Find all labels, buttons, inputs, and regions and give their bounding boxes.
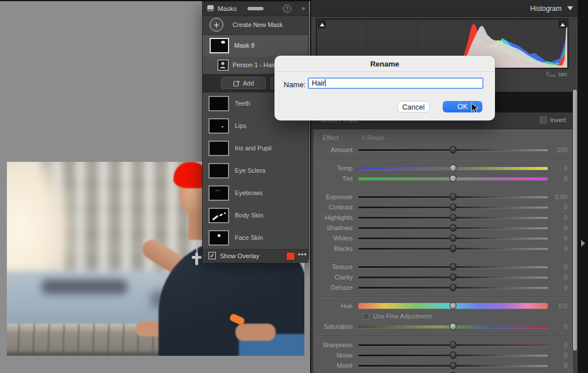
slider-knob[interactable] bbox=[450, 352, 457, 359]
slider-value: 0 bbox=[548, 284, 568, 291]
slider-label: Exposure bbox=[318, 193, 353, 200]
slider-defringe: Defringe0 bbox=[314, 371, 573, 373]
dialog-separator bbox=[274, 71, 495, 72]
mask-name: Eye Sclera bbox=[235, 167, 265, 174]
panel-expander-icon[interactable] bbox=[581, 240, 585, 247]
shadow-clipping-indicator[interactable] bbox=[318, 21, 326, 28]
slider-group: Sharpness0Noise0Moiré0Defringe0 bbox=[314, 336, 573, 373]
slider-knob[interactable] bbox=[450, 175, 457, 182]
masks-panel-footer: ✓ Show Overlay ••• bbox=[203, 249, 308, 263]
effect-label: Effect : bbox=[323, 134, 342, 141]
mask-icon bbox=[207, 5, 214, 11]
reset-button[interactable]: 0 Reset bbox=[362, 134, 384, 141]
mask-thumbnail bbox=[208, 185, 229, 201]
mask-list-item[interactable]: Face Skin bbox=[203, 227, 308, 249]
slider-label: Texture bbox=[318, 263, 353, 270]
more-options-icon[interactable]: ••• bbox=[298, 251, 307, 259]
slider-value: 0 bbox=[548, 165, 568, 172]
cancel-button[interactable]: Cancel bbox=[397, 101, 430, 112]
slider-track-contrast[interactable] bbox=[358, 207, 548, 208]
slider-knob[interactable] bbox=[450, 224, 457, 232]
name-input[interactable]: Hair bbox=[308, 77, 483, 89]
slider-label: Tint bbox=[318, 175, 353, 182]
mouse-cursor bbox=[471, 103, 480, 114]
slider-track-sharpness[interactable] bbox=[358, 344, 548, 346]
add-icon bbox=[233, 80, 240, 87]
slider-track-saturation[interactable] bbox=[358, 325, 548, 328]
histogram-panel-header[interactable]: Histogram bbox=[311, 0, 578, 17]
slider-label: Noise bbox=[318, 352, 353, 359]
slider-knob[interactable] bbox=[450, 235, 457, 242]
add-button[interactable]: Add bbox=[221, 77, 266, 89]
use-fine-adjustment-row: Use Fine Adjustment bbox=[314, 311, 573, 321]
slider-track-amount[interactable] bbox=[358, 149, 548, 151]
slider-track-shadows[interactable] bbox=[358, 227, 548, 229]
slider-knob[interactable] bbox=[450, 146, 457, 154]
slider-track-exposure[interactable] bbox=[358, 196, 548, 198]
person-icon bbox=[218, 60, 229, 71]
show-overlay-checkbox[interactable]: ✓ bbox=[208, 252, 216, 259]
slider-track-texture[interactable] bbox=[358, 266, 548, 268]
slider-track-moir-[interactable] bbox=[358, 365, 548, 367]
slider-value: 0 bbox=[548, 224, 568, 231]
slider-knob[interactable] bbox=[450, 245, 457, 252]
slider-track-dehaze[interactable] bbox=[358, 287, 548, 289]
slider-label: Shadows bbox=[318, 224, 353, 231]
text-caret bbox=[325, 79, 326, 87]
panel-edge-strip bbox=[578, 0, 588, 373]
slider-knob[interactable] bbox=[450, 323, 457, 331]
slider-knob[interactable] bbox=[450, 362, 457, 370]
adjustment-sliders: Effect :0 Reset⌄Amount100Temp0Tint0Expos… bbox=[314, 130, 573, 373]
slider-track-noise[interactable] bbox=[358, 355, 548, 356]
slider-track-tint[interactable] bbox=[358, 177, 548, 180]
slider-knob[interactable] bbox=[450, 284, 457, 292]
mask-list-item[interactable]: Body Skin bbox=[203, 204, 308, 227]
mask-name: Eyebrows bbox=[235, 189, 262, 196]
slider-value: 0 bbox=[548, 274, 568, 281]
slider-shadows: Shadows0 bbox=[314, 223, 573, 233]
use-fine-adjustment-label: Use Fine Adjustment bbox=[373, 313, 432, 320]
mask-list-item[interactable]: Iris and Pupil bbox=[203, 137, 308, 160]
overlay-color-swatch[interactable] bbox=[286, 252, 295, 261]
slider-knob[interactable] bbox=[450, 204, 457, 211]
masks-panel-title: Masks bbox=[218, 5, 237, 12]
slider-knob[interactable] bbox=[450, 263, 457, 271]
slider-group: Temp0Tint0 bbox=[314, 159, 573, 188]
slider-track-highlights[interactable] bbox=[358, 217, 548, 219]
slider-knob[interactable] bbox=[450, 302, 457, 310]
slider-track-whites[interactable] bbox=[358, 238, 548, 239]
invert-checkbox[interactable] bbox=[540, 116, 547, 123]
slider-track-clarity[interactable] bbox=[358, 277, 548, 278]
masks-panel-header[interactable]: Masks ? » bbox=[203, 2, 308, 16]
slider-clarity: Clarity0 bbox=[314, 272, 573, 282]
slider-value: 0.0 bbox=[548, 302, 568, 309]
collapse-icon[interactable]: » bbox=[301, 5, 304, 11]
drag-handle[interactable] bbox=[247, 7, 264, 10]
slider-track-temp[interactable] bbox=[358, 167, 548, 170]
slider-knob[interactable] bbox=[450, 341, 457, 349]
slider-value: 0 bbox=[548, 204, 568, 211]
create-new-mask-button[interactable]: + Create New Mask bbox=[203, 16, 308, 35]
scrollbar[interactable] bbox=[572, 89, 578, 351]
slider-value: 0 bbox=[548, 263, 568, 270]
effect-dropdown-icon[interactable]: ⌄ bbox=[389, 135, 394, 141]
mask-list-item[interactable]: Eyebrows bbox=[203, 182, 308, 204]
name-field-label: Name: bbox=[284, 80, 305, 89]
slider-temp: Temp0 bbox=[314, 163, 573, 173]
mask-item-selected[interactable]: Mask 8 bbox=[203, 35, 308, 57]
mask-list-item[interactable]: Eye Sclera bbox=[203, 160, 308, 182]
masks-panel: Masks ? » + Create New Mask Mask 8 Perso… bbox=[202, 1, 309, 259]
slider-knob[interactable] bbox=[450, 274, 457, 281]
use-fine-adjustment-checkbox[interactable] bbox=[363, 313, 369, 320]
create-new-mask-label: Create New Mask bbox=[233, 21, 283, 28]
highlight-clipping-indicator[interactable] bbox=[559, 21, 566, 28]
help-icon[interactable]: ? bbox=[283, 5, 291, 13]
slider-knob[interactable] bbox=[450, 193, 457, 201]
slider-knob[interactable] bbox=[450, 214, 457, 222]
slider-track-hue[interactable] bbox=[358, 303, 548, 309]
mask-component-name: Person 1 - Hair bbox=[233, 61, 275, 68]
panel-collapse-triangle-icon[interactable] bbox=[567, 6, 573, 10]
effect-row: Effect :0 Reset⌄ bbox=[314, 133, 573, 142]
slider-track-blacks[interactable] bbox=[358, 248, 548, 250]
slider-knob[interactable] bbox=[450, 165, 457, 172]
